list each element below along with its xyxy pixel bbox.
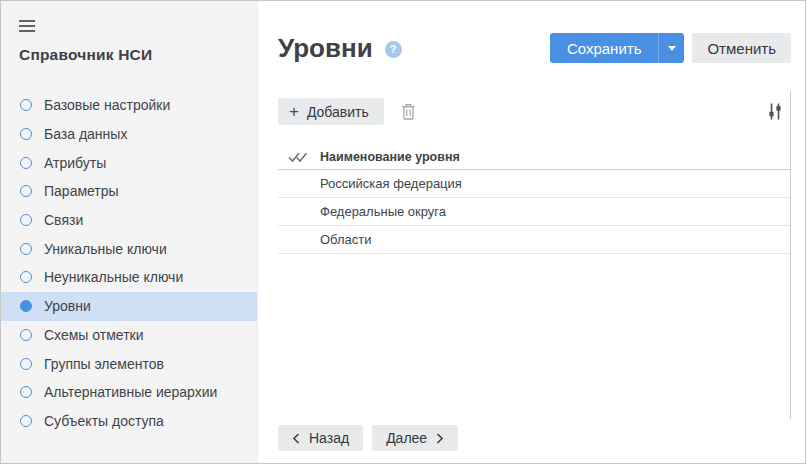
radio-circle-icon [20,99,32,111]
help-icon[interactable]: ? [385,41,402,58]
sidebar-item-links[interactable]: Связи [1,206,257,235]
toolbar: + Добавить [278,98,790,125]
sidebar-item-attributes[interactable]: Атрибуты [1,148,257,177]
radio-circle-icon [20,300,32,312]
cancel-button[interactable]: Отменить [692,33,791,63]
footer-navigation: Назад Далее [278,425,791,451]
page-title: Уровни [278,33,373,64]
sidebar-item-label: Альтернативные иерархии [44,384,217,400]
chevron-down-icon [668,46,676,51]
page-header: Уровни ? Сохранить Отменить [278,31,791,65]
next-button[interactable]: Далее [372,425,458,451]
save-dropdown-button[interactable] [658,33,684,63]
radio-circle-icon [20,128,32,140]
sidebar-item-alternative-hierarchies[interactable]: Альтернативные иерархии [1,378,257,407]
table-header-row: Наименование уровня [278,145,790,170]
sidebar-item-label: Параметры [44,183,119,199]
radio-circle-icon [20,358,32,370]
sidebar-item-database[interactable]: База данных [1,120,257,149]
main-content: Уровни ? Сохранить Отменить + Добавить [258,1,805,463]
back-button-label: Назад [309,430,349,446]
sidebar-item-label: Субъекты доступа [44,413,164,429]
sidebar-item-label: Уровни [44,298,91,314]
sidebar-item-label: Группы элементов [44,356,164,372]
sidebar-item-element-groups[interactable]: Группы элементов [1,349,257,378]
radio-circle-icon [20,271,32,283]
sidebar-item-non-unique-keys[interactable]: Неуникальные ключи [1,263,257,292]
chevron-left-icon [292,433,300,444]
sidebar-title: Справочник НСИ [19,46,257,64]
table-row[interactable]: Российская федерация [278,170,790,198]
sidebar-menu: Базовые настройки База данных Атрибуты П… [1,91,257,435]
sidebar-item-base-settings[interactable]: Базовые настройки [1,91,257,120]
sidebar-item-parameters[interactable]: Параметры [1,177,257,206]
column-header-level-name[interactable]: Наименование уровня [320,150,460,164]
radio-circle-icon [20,185,32,197]
sidebar-item-label: Схемы отметки [44,327,144,343]
levels-table: Наименование уровня Российская федерация… [278,145,790,254]
hamburger-bar [19,25,35,27]
table-row[interactable]: Федеральные округа [278,198,790,226]
delete-button[interactable] [401,103,416,120]
sidebar-item-unique-keys[interactable]: Уникальные ключи [1,234,257,263]
sidebar-item-label: Неуникальные ключи [44,269,183,285]
header-actions: Сохранить Отменить [550,33,791,63]
double-check-icon [288,152,307,163]
app-window: Справочник НСИ Базовые настройки База да… [0,0,806,464]
select-all-column[interactable] [278,152,320,163]
sidebar-item-label: Базовые настройки [44,97,170,113]
radio-circle-icon [20,157,32,169]
sidebar-item-label: Атрибуты [44,155,106,171]
content-area: + Добавить [278,91,791,419]
add-button-label: Добавить [307,104,369,120]
sliders-filter-icon [767,103,783,120]
save-split-button: Сохранить [550,33,685,63]
sidebar-item-label: Уникальные ключи [44,241,167,257]
sidebar-item-mark-schemes[interactable]: Схемы отметки [1,321,257,350]
add-button[interactable]: + Добавить [278,98,384,125]
trash-icon [401,103,416,120]
hamburger-bar [19,20,35,22]
radio-circle-icon [20,243,32,255]
radio-circle-icon [20,415,32,427]
back-button[interactable]: Назад [278,425,363,451]
sidebar-item-access-subjects[interactable]: Субъекты доступа [1,407,257,436]
filter-settings-button[interactable] [767,103,783,120]
next-button-label: Далее [386,430,427,446]
sidebar: Справочник НСИ Базовые настройки База да… [1,1,258,463]
hamburger-bar [19,30,35,32]
hamburger-menu-icon[interactable] [19,20,35,32]
radio-circle-icon [20,329,32,341]
table-row[interactable]: Области [278,226,790,254]
chevron-right-icon [436,433,444,444]
sidebar-item-label: База данных [44,126,127,142]
save-button[interactable]: Сохранить [550,33,659,63]
sidebar-item-levels[interactable]: Уровни [1,292,257,321]
sidebar-item-label: Связи [44,212,83,228]
plus-icon: + [289,103,299,120]
radio-circle-icon [20,214,32,226]
radio-circle-icon [20,386,32,398]
